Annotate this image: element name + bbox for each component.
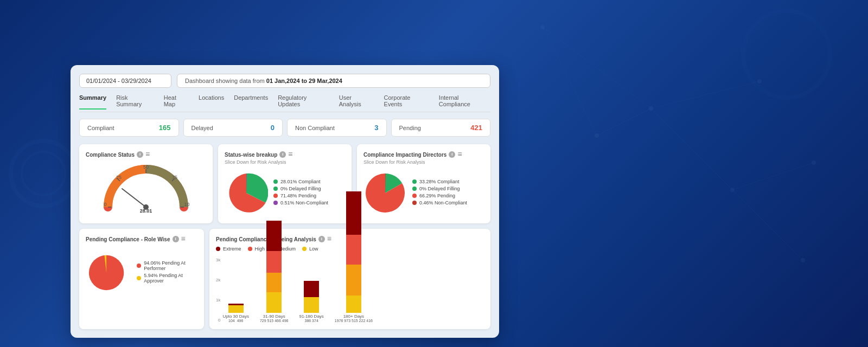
bottom-cards-row: Pending Compliance - Role Wise i ≡ 94.06… — [79, 229, 490, 329]
status-breakup-title: Status-wise breakup i ≡ — [225, 151, 345, 158]
bar-segment-180plus-extreme — [346, 191, 361, 235]
svg-point-12 — [757, 79, 762, 83]
pending-role-label-performer: 94.06% Pending At Performer — [144, 260, 197, 271]
status-badges-row: Compliant 165 Delayed 0 Non Compliant 3 … — [79, 119, 490, 137]
ageing-legend-low: Low — [302, 246, 318, 252]
bar-segment-30-low — [228, 305, 244, 313]
date-info-text: Dashboard showing data from — [185, 78, 266, 84]
pending-label: Pending — [399, 125, 421, 131]
y-label-2k: 2k — [216, 278, 220, 282]
compliance-status-label: Compliance Status — [86, 152, 135, 158]
pending-role-legend: 94.06% Pending At Performer 5.94% Pendin… — [137, 260, 197, 285]
ageing-info-icon[interactable]: i — [318, 236, 325, 242]
status-badge-non-compliant[interactable]: Non Compliant 3 — [287, 119, 387, 137]
directors-info-icon[interactable]: i — [449, 151, 455, 158]
directors-legend-delayed: 0% Delayed Filling — [412, 186, 467, 191]
bar-segment-180-low — [304, 297, 319, 313]
svg-text:25: 25 — [116, 175, 122, 180]
svg-point-15 — [801, 258, 805, 262]
pending-count: 421 — [470, 124, 482, 132]
bar-group-180: 91-180 Days 386 374 — [299, 281, 323, 323]
compliance-status-menu[interactable]: ≡ — [145, 150, 150, 158]
pending-role-pie — [86, 248, 127, 297]
pending-role-legend-approver: 5.94% Pending At Approver — [137, 273, 197, 284]
svg-text:0: 0 — [104, 202, 106, 207]
legend-label-compliant: 28.01% Compliant — [280, 179, 321, 184]
svg-point-0 — [11, 141, 76, 206]
status-breakup-menu[interactable]: ≡ — [288, 150, 292, 158]
svg-point-1 — [22, 152, 65, 195]
svg-point-2 — [743, 11, 830, 98]
ageing-dot-low — [302, 247, 307, 251]
bar-stack-180plus — [346, 191, 361, 313]
bar-segment-90-extreme — [266, 221, 282, 251]
directors-legend-pending: 66.29% Pending — [412, 193, 467, 198]
tab-summary[interactable]: Summary — [79, 94, 106, 110]
legend-dot-non-compliant — [273, 201, 278, 205]
bar-segment-90-high — [266, 251, 282, 273]
bar-chart-container: 3k 2k 1k 0 Upto 30 Days — [216, 258, 484, 323]
card-pending-role: Pending Compliance - Role Wise i ≡ 94.06… — [79, 229, 204, 329]
compliant-label: Compliant — [87, 125, 114, 131]
tab-locations[interactable]: Locations — [199, 94, 224, 110]
svg-line-27 — [122, 189, 146, 207]
tab-heat-map[interactable]: Heat Map — [164, 94, 189, 110]
compliance-status-info-icon[interactable]: i — [137, 151, 143, 158]
svg-point-13 — [730, 188, 735, 192]
svg-text:28.01: 28.01 — [140, 208, 152, 213]
svg-line-5 — [651, 108, 732, 190]
status-badge-delayed[interactable]: Delayed 0 — [183, 119, 283, 137]
legend-dot-compliant — [273, 179, 278, 184]
bar-group-90: 31-90 Days 729 515 466 496 — [260, 221, 289, 323]
tab-corporate-events[interactable]: Corporate Events — [384, 94, 429, 110]
bar-group-180plus: 180+ Days 1976 973 515 222 416 — [335, 191, 373, 323]
bar-segment-180plus-medium — [346, 265, 361, 286]
date-range-bold: 01 Jan,2024 to 29 Mar,2024 — [266, 78, 342, 84]
card-status-breakup: Status-wise breakup i ≡ Slice Down for R… — [218, 144, 352, 223]
date-range-input[interactable]: 01/01/2024 - 03/29/2024 — [79, 74, 171, 88]
tab-departments[interactable]: Departments — [234, 94, 268, 110]
svg-line-3 — [542, 27, 651, 108]
bar-numbers-180: 386 374 — [305, 319, 318, 323]
status-breakup-info-icon[interactable]: i — [279, 151, 286, 158]
tabs-container: Summary Risk Summary Heat Map Locations … — [79, 94, 490, 112]
svg-point-14 — [812, 160, 816, 165]
bar-numbers-90: 729 515 466 496 — [260, 319, 289, 323]
bar-stack-30 — [228, 253, 244, 313]
date-bar: 01/01/2024 - 03/29/2024 Dashboard showin… — [79, 74, 490, 88]
dashboard-panel: 01/01/2024 - 03/29/2024 Dashboard showin… — [71, 65, 499, 338]
pending-role-legend-performer: 94.06% Pending At Performer — [137, 260, 197, 271]
svg-line-4 — [651, 81, 760, 108]
legend-label-non-compliant: 0.51% Non-Compliant — [280, 200, 328, 205]
directors-pie-row: 33.28% Compliant 0% Delayed Filling 66.2… — [363, 169, 484, 217]
status-badge-pending[interactable]: Pending 421 — [391, 119, 491, 137]
non-compliant-label: Non Compliant — [295, 125, 335, 131]
tab-user-analysis[interactable]: User Analysis — [339, 94, 374, 110]
tab-regulatory-updates[interactable]: Regulatory Updates — [278, 94, 329, 110]
directors-legend-non-compliant: 0.46% Non-Compliant — [412, 200, 467, 205]
delayed-count: 0 — [271, 124, 275, 132]
directors-menu[interactable]: ≡ — [457, 150, 462, 158]
tab-risk-summary[interactable]: Risk Summary — [116, 94, 154, 110]
bar-label-30: Upto 30 Days — [222, 314, 248, 319]
directors-legend-dot-non-compliant — [412, 201, 417, 205]
status-breakup-label: Status-wise breakup — [225, 152, 277, 158]
directors-legend-dot-compliant — [412, 179, 417, 184]
pending-role-info-icon[interactable]: i — [173, 236, 179, 242]
status-breakup-subtitle: Slice Down for Risk Analysis — [225, 159, 345, 165]
svg-line-9 — [597, 108, 651, 136]
ageing-menu[interactable]: ≡ — [327, 234, 331, 243]
legend-dot-delayed — [273, 187, 278, 191]
tab-internal-compliance[interactable]: Internal Compliance — [439, 94, 490, 110]
legend-pending: 71.48% Pending — [273, 193, 328, 198]
card-ageing-analysis: Pending Compliance - Ageing Analysis i ≡… — [209, 229, 490, 329]
pending-role-menu[interactable]: ≡ — [181, 234, 186, 243]
svg-text:100: 100 — [184, 202, 189, 207]
bar-segment-180plus-low — [346, 295, 361, 313]
y-label-0: 0 — [216, 318, 220, 323]
directors-subtitle: Slice Down for Risk Analysis — [363, 159, 484, 165]
ageing-legend-extreme: Extreme — [216, 246, 241, 252]
status-badge-compliant[interactable]: Compliant 165 — [79, 119, 179, 137]
legend-label-delayed: 0% Delayed Filling — [280, 186, 321, 191]
bar-group-30: Upto 30 Days 104 496 — [222, 253, 248, 323]
